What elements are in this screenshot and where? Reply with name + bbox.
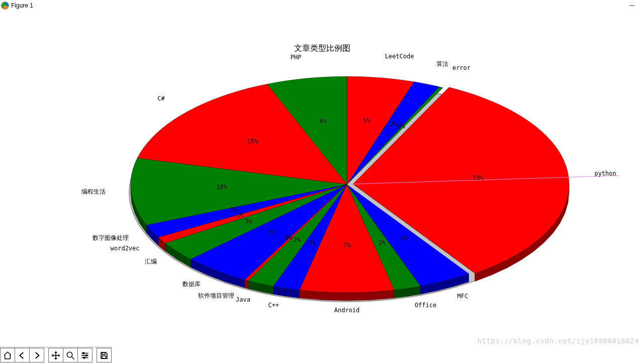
- pan-button[interactable]: [48, 348, 63, 362]
- forward-button[interactable]: [29, 348, 44, 362]
- zoom-button[interactable]: [63, 348, 78, 362]
- slice-percent: 0%: [398, 123, 405, 130]
- slice-label: 汇编: [145, 258, 157, 265]
- pie-chart: 6%PHP15%C#10%编程生活2%数字图像处理1%word2vec3%汇编5…: [0, 11, 644, 347]
- slice-label: word2vec: [111, 245, 140, 252]
- magnifier-icon: [66, 351, 75, 360]
- titlebar: Figure 1: [0, 0, 644, 11]
- slice-percent: 5%: [363, 117, 371, 124]
- slice-percent: 7%: [343, 242, 351, 249]
- slice-percent: 2%: [293, 236, 301, 243]
- configure-button[interactable]: [77, 348, 93, 362]
- slice-percent: 0%: [285, 234, 293, 241]
- slice-percent: 2%: [308, 239, 316, 246]
- window-title: Figure 1: [11, 2, 33, 9]
- slice-label: 算法: [436, 60, 448, 67]
- slice-label: 数据库: [182, 281, 201, 288]
- svg-point-5: [67, 352, 72, 357]
- toolbar: [0, 347, 112, 363]
- chart-area: 文章类型比例图 6%PHP15%C#10%编程生活2%数字图像处理1%word2…: [0, 11, 644, 347]
- matplotlib-icon: [1, 2, 9, 10]
- slice-percent: 1%: [236, 211, 243, 218]
- slice-label: PHP: [291, 54, 302, 61]
- slice-label: 编程生活: [81, 188, 106, 195]
- figure-window: Figure 1 文章类型比例图 6%PHP15%C#10%编程生活2%数字图像…: [0, 0, 644, 363]
- floppy-icon: [100, 351, 109, 360]
- slice-label: C++: [268, 302, 279, 309]
- slice-label: C#: [157, 95, 165, 102]
- slice-label: LeetCode: [385, 53, 414, 60]
- svg-point-12: [83, 357, 85, 358]
- svg-line-6: [71, 356, 74, 359]
- svg-rect-14: [102, 355, 106, 358]
- slice-label: 软件项目管理: [198, 292, 234, 299]
- slice-percent: 3%: [245, 218, 252, 225]
- slice-percent: 2%: [379, 239, 386, 246]
- slice-label: 数字图像处理: [93, 234, 129, 241]
- minimize-button[interactable]: [623, 2, 641, 9]
- watermark: https://blog.csdn.net/zjy18886018024: [478, 337, 639, 345]
- slice-percent: 10%: [216, 184, 227, 191]
- slice-percent: 4%: [400, 235, 408, 242]
- slice-label: Android: [334, 307, 360, 314]
- svg-rect-13: [102, 352, 105, 354]
- save-button[interactable]: [97, 348, 112, 362]
- slice-label: error: [452, 64, 471, 71]
- move-icon: [51, 351, 60, 360]
- slice-percent: 5%: [267, 229, 275, 236]
- back-button[interactable]: [15, 348, 30, 362]
- arrow-right-icon: [32, 351, 41, 360]
- home-button[interactable]: [0, 348, 15, 362]
- svg-point-10: [83, 352, 84, 354]
- slice-percent: 6%: [320, 118, 327, 125]
- svg-point-11: [86, 354, 87, 356]
- slice-label: Office: [415, 302, 436, 309]
- sliders-icon: [80, 351, 89, 360]
- slice-percent: 2%: [390, 121, 397, 128]
- slice-percent: 15%: [247, 138, 258, 145]
- slice-label: MFC: [457, 293, 468, 300]
- home-icon: [3, 351, 12, 360]
- slice-label: Java: [236, 296, 250, 303]
- arrow-left-icon: [18, 351, 27, 360]
